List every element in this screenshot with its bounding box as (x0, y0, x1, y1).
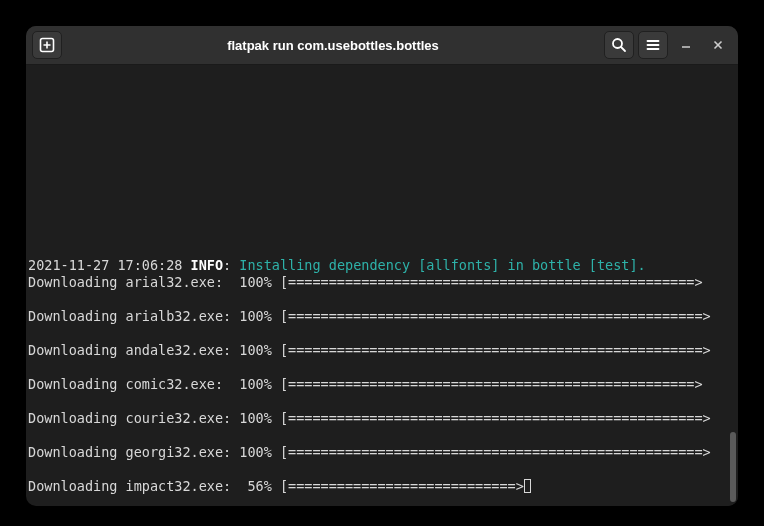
log-info-line: 2021-11-27 17:06:28 INFO: Installing dep… (28, 257, 724, 274)
terminal-cursor (524, 479, 531, 493)
download-line: Downloading georgi32.exe: 100% [========… (28, 444, 724, 461)
download-line: Downloading andale32.exe: 100% [========… (28, 342, 724, 359)
download-line: Downloading arial32.exe: 100% [=========… (28, 274, 724, 291)
new-tab-button[interactable] (32, 31, 62, 59)
new-tab-icon (39, 37, 55, 53)
scrollbar-track[interactable] (726, 65, 738, 506)
titlebar: flatpak run com.usebottles.bottles (26, 26, 738, 65)
minimize-icon (680, 39, 692, 51)
terminal-window: flatpak run com.usebottles.bottles (26, 26, 738, 506)
download-line: Downloading impact32.exe: 56% [=========… (28, 478, 724, 495)
terminal-output[interactable]: 2021-11-27 17:06:28 INFO: Installing dep… (26, 65, 726, 506)
log-message: Installing dependency [allfonts] in bott… (239, 257, 645, 273)
menu-button[interactable] (638, 31, 668, 59)
svg-line-4 (621, 47, 625, 51)
terminal-body: 2021-11-27 17:06:28 INFO: Installing dep… (26, 65, 738, 506)
download-line: Downloading courie32.exe: 100% [========… (28, 410, 724, 427)
minimize-button[interactable] (672, 31, 700, 59)
log-level: INFO (191, 257, 224, 273)
close-icon (712, 39, 724, 51)
download-line: Downloading arialb32.exe: 100% [========… (28, 308, 724, 325)
close-button[interactable] (704, 31, 732, 59)
hamburger-icon (645, 37, 661, 53)
scrollbar-thumb[interactable] (730, 432, 736, 502)
search-icon (611, 37, 627, 53)
log-timestamp: 2021-11-27 17:06:28 (28, 257, 191, 273)
window-title: flatpak run com.usebottles.bottles (66, 38, 600, 53)
search-button[interactable] (604, 31, 634, 59)
download-line: Downloading comic32.exe: 100% [=========… (28, 376, 724, 393)
